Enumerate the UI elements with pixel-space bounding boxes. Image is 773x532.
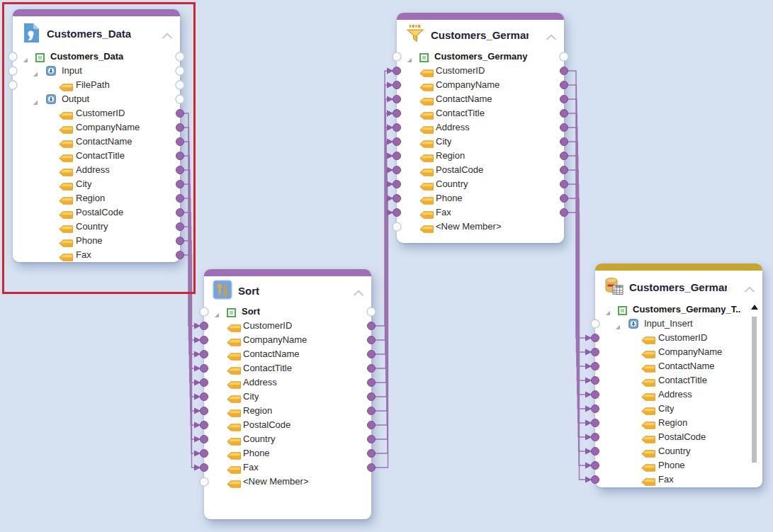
connection-wire[interactable] xyxy=(371,198,388,453)
tree-row[interactable]: City xyxy=(204,390,371,404)
tree-row[interactable]: Country xyxy=(204,432,371,446)
node-sort[interactable]: Sort Sort CustomerID CompanyName Contact… xyxy=(204,269,371,519)
tree-row[interactable]: CustomerID xyxy=(204,319,371,333)
connection-wire[interactable] xyxy=(180,128,194,340)
tree-row[interactable]: PostalCode xyxy=(13,205,180,220)
connection-wire[interactable] xyxy=(180,142,194,354)
node-customers-germany[interactable]: Customers_Germany Customers_Germany Cust… xyxy=(397,13,564,243)
tree-row[interactable]: Input xyxy=(13,64,180,78)
tree-row[interactable]: Address xyxy=(595,387,762,402)
connection-wire[interactable] xyxy=(371,184,388,439)
tree-row[interactable]: ContactName xyxy=(204,347,371,361)
tree-row[interactable]: Customers_Germany_T.. xyxy=(595,302,762,317)
tree-row[interactable]: Country xyxy=(13,220,180,234)
tree-row[interactable]: FilePath xyxy=(13,78,180,92)
tree-row[interactable]: City xyxy=(397,135,564,149)
tree-row[interactable]: Region xyxy=(595,416,762,430)
node-header[interactable]: Customers_Data xyxy=(13,16,180,50)
tree-row[interactable]: <New Member> xyxy=(204,475,371,489)
tree-row[interactable]: CompanyName xyxy=(595,345,762,359)
tree-row[interactable]: Input_Insert xyxy=(595,317,762,331)
tree-row[interactable]: Fax xyxy=(13,248,180,262)
connection-wire[interactable] xyxy=(564,113,585,380)
tree-row[interactable]: City xyxy=(13,177,180,191)
connection-wire[interactable] xyxy=(371,71,387,326)
tree-row[interactable]: City xyxy=(595,402,762,416)
tree-row[interactable]: Address xyxy=(13,163,180,177)
tree-row[interactable]: Phone xyxy=(397,191,564,205)
connection-wire[interactable] xyxy=(564,156,585,423)
tree-row[interactable]: <New Member> xyxy=(397,220,564,234)
tree-row[interactable]: CustomerID xyxy=(397,64,564,78)
connection-wire[interactable] xyxy=(180,255,194,468)
tree-row[interactable]: Fax xyxy=(397,205,564,220)
tree-row[interactable]: Region xyxy=(397,149,564,163)
connection-wire[interactable] xyxy=(371,170,387,425)
tree-row[interactable]: Address xyxy=(397,120,564,135)
node-header-bar[interactable] xyxy=(595,264,762,271)
tree-row[interactable]: CompanyName xyxy=(397,78,564,92)
scrollbar-thumb[interactable] xyxy=(752,317,757,463)
connection-wire[interactable] xyxy=(180,227,194,439)
node-header[interactable]: Customers_Germany xyxy=(595,271,762,302)
connection-wire[interactable] xyxy=(564,213,585,480)
connection-wire[interactable] xyxy=(371,156,387,411)
connection-wire[interactable] xyxy=(180,213,194,425)
connection-wire[interactable] xyxy=(180,170,194,383)
tree-row[interactable]: PostalCode xyxy=(397,163,564,177)
tree-row[interactable]: Region xyxy=(204,404,371,418)
connection-wire[interactable] xyxy=(564,128,585,395)
tree-row[interactable]: ContactTitle xyxy=(397,106,564,120)
tree-row[interactable]: Phone xyxy=(13,234,180,248)
tree-row[interactable]: Sort xyxy=(204,305,371,319)
connection-wire[interactable] xyxy=(564,142,585,409)
tree-row[interactable]: PostalCode xyxy=(204,418,371,432)
tree-row[interactable]: Customers_Germany xyxy=(397,50,564,64)
tree-row[interactable]: Country xyxy=(397,177,564,191)
tree-row[interactable]: Phone xyxy=(204,446,371,460)
connection-wire[interactable] xyxy=(564,184,585,451)
connection-wire[interactable] xyxy=(371,142,387,397)
tree-row[interactable]: ContactName xyxy=(13,135,180,149)
collapse-button[interactable] xyxy=(162,30,173,37)
collapse-button[interactable] xyxy=(353,287,364,294)
tree-row[interactable]: Output xyxy=(13,92,180,106)
tree-row[interactable]: Fax xyxy=(595,472,762,487)
connection-wire[interactable] xyxy=(564,170,585,437)
node-header[interactable]: Sort xyxy=(204,276,371,305)
connection-wire[interactable] xyxy=(180,184,194,397)
tree-row[interactable]: Customers_Data xyxy=(13,50,180,64)
tree-row[interactable]: CustomerID xyxy=(595,331,762,345)
tree-row[interactable]: PostalCode xyxy=(595,430,762,444)
tree-row[interactable]: ContactName xyxy=(595,359,762,373)
connection-wire[interactable] xyxy=(564,99,585,366)
tree-row[interactable]: ContactTitle xyxy=(595,373,762,387)
collapse-button[interactable] xyxy=(546,31,557,38)
tree-row[interactable]: Region xyxy=(13,191,180,205)
tree-row[interactable]: ContactTitle xyxy=(204,361,371,375)
tree-row[interactable]: CompanyName xyxy=(204,333,371,347)
dataflow-canvas[interactable]: Customers_Data Customers_Data Input File… xyxy=(0,0,773,532)
connection-wire[interactable] xyxy=(180,198,194,411)
scroll-up-arrow[interactable] xyxy=(751,305,758,310)
node-scrollbar[interactable] xyxy=(751,305,757,482)
node-header-bar[interactable] xyxy=(397,13,564,20)
node-header-bar[interactable] xyxy=(204,269,371,276)
connection-wire[interactable] xyxy=(371,213,388,468)
tree-row[interactable]: Fax xyxy=(204,460,371,475)
connection-wire[interactable] xyxy=(564,85,585,352)
node-customers-data[interactable]: Customers_Data Customers_Data Input File… xyxy=(13,9,180,262)
tree-row[interactable]: CustomerID xyxy=(13,106,180,120)
tree-row[interactable]: Phone xyxy=(595,458,762,472)
tree-row[interactable]: ContactName xyxy=(397,92,564,106)
connection-wire[interactable] xyxy=(564,198,585,465)
connection-wire[interactable] xyxy=(371,99,387,354)
connection-wire[interactable] xyxy=(180,156,194,368)
node-customers-germany-t[interactable]: Customers_Germany Customers_Germany_T.. … xyxy=(595,264,762,487)
connection-wire[interactable] xyxy=(371,113,387,368)
connection-wire[interactable] xyxy=(564,71,585,338)
connection-wire[interactable] xyxy=(180,113,194,326)
connection-wire[interactable] xyxy=(371,128,387,383)
tree-row[interactable]: Country xyxy=(595,444,762,458)
node-header-bar[interactable] xyxy=(13,9,180,16)
